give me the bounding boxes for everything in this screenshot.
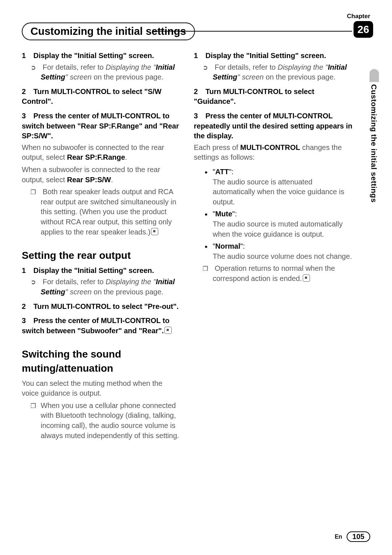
end-mark-icon [151,228,158,235]
step-2: 2Turn MULTI-CONTROL to select "S/W Contr… [22,87,181,107]
end-note: Operation returns to normal when the cor… [194,264,353,283]
section-heading: Switching the sound muting/attenuation [22,347,181,375]
end-mark-icon [164,327,172,334]
step-detail: For details, refer to Displaying the "In… [22,62,181,82]
chapter-number-badge: 26 [354,21,373,38]
step-1b: 1Display the "Initial Setting" screen. F… [22,266,181,297]
footer-language: En [335,534,342,540]
step-1r: 1Display the "Initial Setting" screen. F… [194,51,353,82]
step-body: Each press of MULTI-CONTROL changes the … [194,143,353,163]
step-note: Both rear speaker leads output and RCA r… [22,187,181,237]
step-heading: Display the "Initial Setting" screen. [33,266,154,274]
end-mark-icon [303,274,310,282]
section-heading: Setting the rear output [22,249,181,263]
option-normal: "Normal": The audio source volume does n… [194,241,353,261]
step-heading: Display the "Initial Setting" screen. [33,52,154,60]
page-footer: En 105 [335,531,370,542]
manual-page: Chapter Customizing the initial settings… [0,0,392,555]
step-number: 2 [194,87,205,97]
step-heading: Turn MULTI-CONTROL to select "S/W Contro… [22,87,162,106]
side-tab-cap [369,69,379,82]
chapter-label: Chapter [347,13,370,20]
step-1: 1Display the "Initial Setting" screen. F… [22,51,181,82]
left-column: 1Display the "Initial Setting" screen. F… [22,51,181,441]
step-heading: Turn MULTI-CONTROL to select "Guidance". [194,87,314,106]
page-number: 105 [347,531,370,542]
section-intro: You can select the muting method when th… [22,379,181,399]
side-tab: Customizing the initial settings [369,69,380,229]
step-2b: 2Turn MULTI-CONTROL to select "Pre-out". [22,302,181,312]
header-rule [152,31,352,32]
step-body: When no subwoofer is connected to the re… [22,143,181,163]
right-column: 1Display the "Initial Setting" screen. F… [194,51,353,441]
step-number: 2 [22,302,33,312]
step-number: 1 [194,51,205,61]
step-3: 3Press the center of MULTI-CONTROL to sw… [22,111,181,237]
step-number: 1 [22,51,33,61]
step-heading: Press the center of MULTI-CONTROL repeat… [194,112,352,140]
step-detail: For details, refer to Displaying the "In… [22,277,181,297]
step-3b: 3Press the center of MULTI-CONTROL to sw… [22,316,181,336]
option-att: "ATT": The audio source is attenuated au… [194,167,353,207]
step-number: 3 [22,111,33,121]
side-tab-label: Customizing the initial settings [369,84,378,203]
step-number: 3 [194,111,205,121]
page-header: Chapter Customizing the initial settings… [22,18,370,40]
step-detail: For details, refer to Displaying the "In… [194,62,353,82]
step-3r: 3Press the center of MULTI-CONTROL repea… [194,111,353,163]
step-heading: Turn MULTI-CONTROL to select "Pre-out". [33,302,179,310]
step-heading: Press the center of MULTI-CONTROL to swi… [22,112,179,140]
step-number: 3 [22,316,33,326]
step-2r: 2Turn MULTI-CONTROL to select "Guidance"… [194,87,353,107]
step-number: 2 [22,87,33,97]
content-columns: 1Display the "Initial Setting" screen. F… [22,51,370,441]
step-body: When a subwoofer is connected to the rea… [22,165,181,185]
section-note: When you use a cellular phone connected … [22,401,181,441]
option-mute: "Mute": The audio source is muted automa… [194,209,353,239]
step-number: 1 [22,266,33,276]
step-heading: Display the "Initial Setting" screen. [205,52,326,60]
step-heading: Press the center of MULTI-CONTROL to swi… [22,317,170,335]
